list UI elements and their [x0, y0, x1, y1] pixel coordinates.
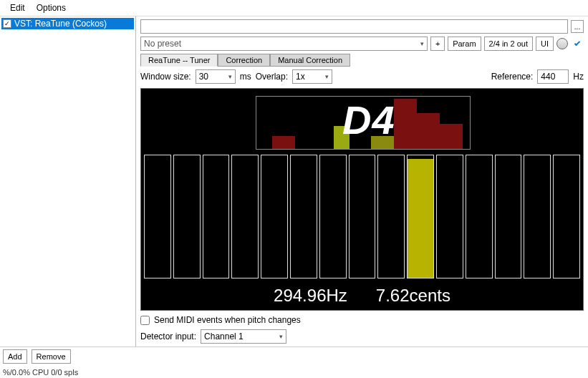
tuner-bar-graph — [144, 155, 580, 278]
reference-unit: Hz — [573, 72, 584, 82]
reference-input[interactable]: 440 — [537, 69, 569, 84]
detector-input-select[interactable]: Channel 1 ▾ — [201, 329, 286, 344]
fx-list-pane: VST: ReaTune (Cockos) — [0, 16, 136, 346]
remove-button[interactable]: Remove — [32, 349, 71, 364]
ui-button[interactable]: UI — [536, 37, 554, 51]
tuner-bar-slot — [407, 155, 434, 278]
reference-label: Reference: — [491, 72, 534, 82]
detector-input-label: Detector input: — [140, 331, 196, 341]
tuner-bar-slot — [377, 155, 405, 278]
tuner-bar-slot — [203, 155, 230, 278]
tuner-bar-slot — [553, 155, 580, 278]
chevron-down-icon: ▾ — [325, 73, 329, 80]
fx-title-field[interactable] — [140, 19, 568, 34]
tuner-bar-slot — [231, 155, 259, 278]
chevron-down-icon: ▾ — [420, 40, 424, 47]
send-midi-label: Send MIDI events when pitch changes — [154, 315, 301, 325]
chevron-down-icon: ▾ — [228, 73, 232, 80]
tuner-bar-slot — [144, 155, 171, 278]
window-size-label: Window size: — [140, 72, 191, 82]
cpu-status: %/0.0% CPU 0/0 spls — [3, 368, 78, 377]
tuner-bar-slot — [349, 155, 376, 278]
frequency-readout: 294.96Hz — [274, 286, 347, 306]
param-button[interactable]: Param — [448, 37, 481, 51]
bypass-toggle[interactable] — [571, 37, 584, 50]
detected-note: D4 — [342, 97, 395, 143]
tuner-bar-slot — [319, 155, 347, 278]
tuner-history: D4 — [256, 96, 471, 150]
tuner-bar-slot — [261, 155, 288, 278]
overlap-label: Overlap: — [256, 72, 288, 82]
fx-item-reatune[interactable]: VST: ReaTune (Cockos) — [1, 18, 134, 29]
add-button[interactable]: Add — [3, 349, 27, 364]
send-midi-checkbox[interactable] — [140, 316, 150, 325]
tab-tuner[interactable]: ReaTune -- Tuner — [140, 54, 218, 67]
fx-name: VST: ReaTune (Cockos) — [14, 19, 107, 29]
tuner-bar-slot — [466, 155, 493, 278]
menu-options[interactable]: Options — [32, 1, 70, 14]
tabs: ReaTune -- Tuner Correction Manual Corre… — [140, 54, 584, 67]
tuner-display: D4 294.96Hz 7.62cents — [140, 88, 584, 311]
tab-manual-correction[interactable]: Manual Correction — [270, 54, 350, 67]
tab-correction[interactable]: Correction — [218, 54, 270, 67]
tuner-bar-slot — [524, 155, 551, 278]
tuner-bar-slot — [495, 155, 522, 278]
tuner-bar-slot — [173, 155, 201, 278]
menu-edit[interactable]: Edit — [6, 1, 29, 14]
preset-add-button[interactable]: + — [430, 37, 445, 51]
overlap-select[interactable]: 1x ▾ — [292, 69, 332, 84]
fx-enable-checkbox[interactable] — [3, 19, 11, 28]
wet-dry-knob[interactable] — [556, 38, 568, 49]
more-button[interactable]: ... — [571, 20, 584, 33]
window-size-unit: ms — [240, 72, 251, 82]
cents-readout: 7.62cents — [376, 286, 450, 306]
routing-button[interactable]: 2/4 in 2 out — [484, 37, 533, 51]
send-midi-row[interactable]: Send MIDI events when pitch changes — [140, 315, 584, 325]
preset-select[interactable]: No preset ▾ — [140, 37, 428, 51]
preset-value: No preset — [144, 39, 181, 49]
footer: Add Remove %/0.0% CPU 0/0 spls — [0, 346, 588, 378]
tuner-bar-slot — [290, 155, 317, 278]
window-size-select[interactable]: 30 ▾ — [196, 69, 236, 84]
tuner-bar-slot — [436, 155, 463, 278]
chevron-down-icon: ▾ — [279, 333, 283, 340]
menubar: Edit Options — [0, 0, 588, 16]
